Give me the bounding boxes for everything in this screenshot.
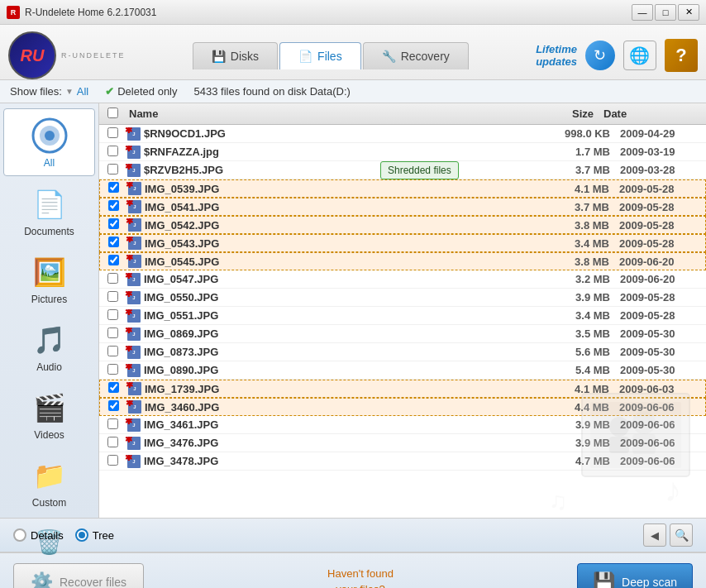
refresh-button[interactable]: ↻ (585, 41, 615, 70)
dropdown-arrow-icon: ▼ (65, 87, 74, 96)
details-radio[interactable]: Details (13, 528, 64, 542)
header-checkbox-col (99, 108, 124, 121)
brand-name: R-UNDELETE (61, 51, 126, 60)
table-row[interactable]: J ✱ IMG_3478.JPG4.7 MB2009-06-06 (99, 452, 706, 471)
havent-found-text: Haven't foundyour files? (327, 566, 394, 588)
table-row[interactable]: J ✱ IMG_0541.JPG3.7 MB2009-05-28 (99, 198, 706, 216)
row-checkbox[interactable] (107, 437, 118, 447)
deep-scan-button[interactable]: 💾 Deep scan (577, 563, 693, 589)
sidebar-item-audio[interactable]: 🎵 Audio (3, 313, 95, 380)
sidebar-item-videos[interactable]: 🎬 Videos (3, 381, 95, 447)
file-name-text: IMG_0551.JPG (144, 309, 218, 322)
row-checkbox[interactable] (107, 346, 118, 356)
row-name: J ✱ IMG_0547.JPG (124, 273, 541, 286)
row-size: 4.1 MB (540, 183, 614, 195)
tabs-area: 💾 Disks 📄 Files 🔧 Recovery (193, 42, 469, 69)
file-icon: J ✱ (128, 382, 141, 395)
recover-files-button[interactable]: ⚙️ Recover files (13, 563, 144, 589)
row-date: 2009-03-19 (615, 146, 706, 158)
row-checkbox[interactable] (108, 255, 119, 265)
sidebar-item-custom[interactable]: 📁 Custom (3, 449, 95, 515)
table-row[interactable]: J ✱ IMG_3460.JPG4.4 MB2009-06-06 (99, 398, 706, 416)
row-date: 2009-05-28 (614, 183, 705, 195)
language-button[interactable]: 🌐 (623, 41, 656, 70)
row-date: 2009-05-28 (615, 291, 706, 304)
table-row[interactable]: J ✱ IMG_0547.JPG3.2 MB2009-06-20 (99, 270, 706, 289)
back-arrow-button[interactable]: ◀ (643, 523, 666, 547)
search-button[interactable]: 🔍 (670, 523, 693, 547)
toolbar-strip: Show files: ▼ All ✔ Deleted only 5433 fi… (0, 80, 706, 103)
show-files-value[interactable]: All (77, 85, 88, 98)
row-checkbox[interactable] (108, 200, 119, 211)
row-name: J ✱ $RZVB2H5.JPG (124, 164, 541, 177)
file-name-text: IMG_0545.JPG (145, 256, 219, 268)
row-size: 4.7 MB (541, 455, 615, 467)
close-button[interactable]: ✕ (678, 4, 699, 21)
row-checkbox[interactable] (108, 400, 119, 411)
table-row[interactable]: J ✱ IMG_0545.JPG3.8 MB2009-06-20 (99, 252, 706, 270)
row-checkbox[interactable] (107, 291, 118, 302)
table-row[interactable]: J ✱ IMG_0869.JPG3.5 MB2009-05-30 (99, 325, 706, 343)
row-checkbox[interactable] (107, 164, 118, 174)
table-row[interactable]: Shredded files J ✱ $RNFAZZA.jpg1.7 MB200… (99, 143, 706, 161)
row-size: 3.7 MB (541, 164, 615, 176)
sidebar-item-documents[interactable]: 📄 Documents (3, 178, 95, 244)
file-icon: J ✱ (127, 364, 141, 377)
sidebar-item-all[interactable]: All (3, 108, 95, 176)
row-checkbox[interactable] (107, 327, 118, 338)
table-row[interactable]: J ✱ IMG_3461.JPG3.9 MB2009-06-06 (99, 416, 706, 434)
file-name-text: $RZVB2H5.JPG (144, 164, 223, 176)
minimize-button[interactable]: — (632, 4, 653, 21)
file-name-text: IMG_3478.JPG (144, 455, 218, 467)
table-row[interactable]: J ✱ IMG_0551.JPG3.4 MB2009-05-28 (99, 307, 706, 325)
tab-files[interactable]: 📄 Files (279, 42, 361, 69)
file-name-text: IMG_1739.JPG (145, 383, 219, 395)
select-all-checkbox[interactable] (107, 108, 118, 118)
row-checkbox[interactable] (107, 146, 118, 156)
row-checkbox[interactable] (108, 218, 119, 229)
deleted-only-label: Deleted only (117, 85, 177, 98)
table-row[interactable]: J ✱ IMG_0543.JPG3.4 MB2009-05-28 (99, 234, 706, 252)
table-row[interactable]: J ✱ IMG_1739.JPG4.1 MB2009-06-03 (99, 380, 706, 398)
sidebar: All 📄 Documents 🖼️ Pictures 🎵 Audio 🎬 Vi… (0, 103, 99, 518)
row-checkbox-col (99, 291, 124, 304)
row-date: 2009-03-28 (615, 164, 706, 176)
row-date: 2009-06-03 (614, 383, 705, 395)
row-date: 2009-05-28 (614, 219, 705, 232)
table-row[interactable]: J ✱ IMG_0550.JPG3.9 MB2009-05-28 (99, 289, 706, 307)
table-row[interactable]: J ✱ IMG_0890.JPG5.4 MB2009-05-30 (99, 361, 706, 380)
row-checkbox[interactable] (107, 273, 118, 284)
row-checkbox-col (99, 127, 124, 141)
table-row[interactable]: J ✱ IMG_0873.JPG5.6 MB2009-05-30 (99, 343, 706, 361)
table-row[interactable]: J ✱ IMG_0539.JPG4.1 MB2009-05-28 (99, 179, 706, 198)
row-checkbox[interactable] (107, 127, 118, 138)
sidebar-item-pictures[interactable]: 🖼️ Pictures (3, 246, 95, 312)
sidebar-item-documents-label: Documents (24, 226, 74, 237)
row-checkbox[interactable] (108, 237, 119, 247)
row-date: 2009-04-29 (615, 127, 706, 140)
row-checkbox[interactable] (108, 382, 119, 393)
file-name-text: IMG_3461.JPG (144, 418, 218, 431)
app-logo: RU (8, 31, 56, 79)
row-checkbox[interactable] (108, 182, 119, 193)
file-icon: J ✱ (128, 200, 141, 213)
row-checkbox[interactable] (107, 418, 118, 429)
row-checkbox[interactable] (107, 309, 118, 320)
row-date: 2009-06-06 (615, 437, 706, 449)
row-size: 3.9 MB (541, 291, 615, 304)
table-row[interactable]: J ✱ IMG_0542.JPG3.8 MB2009-05-28 (99, 216, 706, 234)
sidebar-item-custom-label: Custom (32, 497, 66, 509)
row-size: 4.1 MB (540, 383, 614, 395)
file-name-text: IMG_3476.JPG (144, 437, 218, 449)
table-row[interactable]: J ✱ IMG_3476.JPG3.9 MB2009-06-06 (99, 434, 706, 452)
row-name: J ✱ $RN9OCD1.JPG (124, 127, 541, 141)
row-checkbox[interactable] (107, 364, 118, 375)
help-button[interactable]: ? (665, 39, 698, 72)
table-row[interactable]: J ✱ $RN9OCD1.JPG998.0 KB2009-04-29 (99, 125, 706, 143)
row-checkbox[interactable] (107, 455, 118, 466)
maximize-button[interactable]: □ (655, 4, 676, 21)
tree-radio[interactable]: Tree (75, 528, 114, 542)
tab-recovery[interactable]: 🔧 Recovery (363, 42, 469, 69)
app-title: R-Undelete Home 6.2.170031 (25, 7, 156, 18)
tab-disks[interactable]: 💾 Disks (193, 42, 278, 69)
